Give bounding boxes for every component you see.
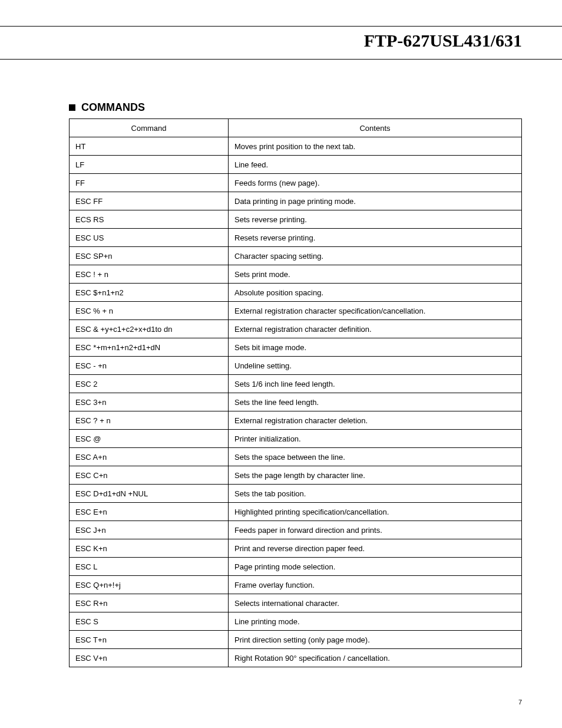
table-row: ECS RSSets reverse printing. xyxy=(70,210,522,229)
table-row: ESC 2Sets 1/6 inch line feed length. xyxy=(70,375,522,393)
table-cell-command: ESC US xyxy=(70,229,229,247)
section-heading: COMMANDS xyxy=(69,101,522,114)
table-header-row: Command Contents xyxy=(70,119,522,137)
table-cell-command: ESC D+d1+dN +NUL xyxy=(70,485,229,503)
table-cell-command: ESC A+n xyxy=(70,448,229,466)
table-row: ESC A+nSets the space between the line. xyxy=(70,448,522,466)
table-cell-contents: Frame overlay function. xyxy=(229,576,522,594)
table-cell-command: FF xyxy=(70,174,229,192)
table-row: ESC ? + nExternal registration character… xyxy=(70,411,522,430)
table-cell-command: ECS RS xyxy=(70,210,229,229)
table-cell-contents: Page printing mode selection. xyxy=(229,558,522,576)
table-cell-command: ESC ! + n xyxy=(70,265,229,284)
table-cell-command: ESC FF xyxy=(70,192,229,210)
table-cell-command: ESC E+n xyxy=(70,503,229,521)
table-cell-contents: Sets the line feed length. xyxy=(229,393,522,411)
table-cell-contents: Moves print position to the next tab. xyxy=(229,137,522,156)
square-bullet-icon xyxy=(69,104,75,111)
table-cell-contents: Feeds forms (new page). xyxy=(229,174,522,192)
table-cell-contents: Sets bit image mode. xyxy=(229,338,522,357)
table-cell-contents: Print direction setting (only page mode)… xyxy=(229,631,522,649)
header-rule-bottom xyxy=(0,59,562,60)
page-title: FTP-627USL431/631 xyxy=(364,31,522,51)
table-row: ESC Q+n+!+jFrame overlay function. xyxy=(70,576,522,594)
table-cell-contents: Character spacing setting. xyxy=(229,247,522,265)
table-cell-command: ESC S xyxy=(70,612,229,631)
table-cell-command: ESC 2 xyxy=(70,375,229,393)
table-cell-contents: Highlighted printing specification/cance… xyxy=(229,503,522,521)
table-row: ESC $+n1+n2Absolute position spacing. xyxy=(70,284,522,302)
table-cell-command: ESC & +y+c1+c2+x+d1to dn xyxy=(70,320,229,338)
table-cell-contents: Sets the tab position. xyxy=(229,485,522,503)
table-row: ESC % + nExternal registration character… xyxy=(70,302,522,320)
table-cell-command: ESC Q+n+!+j xyxy=(70,576,229,594)
table-row: ESC @Printer initialization. xyxy=(70,430,522,448)
table-cell-command: ESC C+n xyxy=(70,466,229,485)
table-row: ESC LPage printing mode selection. xyxy=(70,558,522,576)
table-cell-contents: External registration character specific… xyxy=(229,302,522,320)
table-row: FFFeeds forms (new page). xyxy=(70,174,522,192)
table-cell-contents: Print and reverse direction paper feed. xyxy=(229,539,522,558)
table-cell-contents: Sets reverse printing. xyxy=(229,210,522,229)
table-row: ESC - +nUndeline setting. xyxy=(70,357,522,375)
table-cell-command: ESC R+n xyxy=(70,594,229,612)
table-cell-contents: Sets 1/6 inch line feed length. xyxy=(229,375,522,393)
table-cell-command: ESC *+m+n1+n2+d1+dN xyxy=(70,338,229,357)
table-cell-command: ESC - +n xyxy=(70,357,229,375)
commands-table: Command Contents HTMoves print position … xyxy=(69,118,522,667)
table-cell-contents: Absolute position spacing. xyxy=(229,284,522,302)
table-cell-contents: Resets reverse printing. xyxy=(229,229,522,247)
table-cell-command: ESC @ xyxy=(70,430,229,448)
page-number: 7 xyxy=(518,699,522,706)
table-cell-command: ESC $+n1+n2 xyxy=(70,284,229,302)
table-cell-contents: External registration character deletion… xyxy=(229,411,522,430)
table-cell-contents: Feeds paper in forward direction and pri… xyxy=(229,521,522,539)
table-header-command: Command xyxy=(70,119,229,137)
table-cell-contents: Sets the page length by character line. xyxy=(229,466,522,485)
table-cell-command: HT xyxy=(70,137,229,156)
table-row: ESC R+nSelects international character. xyxy=(70,594,522,612)
table-cell-contents: Line feed. xyxy=(229,156,522,174)
table-cell-command: ESC 3+n xyxy=(70,393,229,411)
table-row: ESC SP+nCharacter spacing setting. xyxy=(70,247,522,265)
header-rule-top xyxy=(0,26,562,27)
table-cell-command: ESC ? + n xyxy=(70,411,229,430)
table-cell-command: ESC K+n xyxy=(70,539,229,558)
table-row: ESC ! + nSets print mode. xyxy=(70,265,522,284)
table-cell-contents: Undeline setting. xyxy=(229,357,522,375)
table-row: ESC K+nPrint and reverse direction paper… xyxy=(70,539,522,558)
table-cell-command: LF xyxy=(70,156,229,174)
table-cell-contents: Selects international character. xyxy=(229,594,522,612)
table-row: HTMoves print position to the next tab. xyxy=(70,137,522,156)
table-row: ESC C+nSets the page length by character… xyxy=(70,466,522,485)
table-cell-command: ESC L xyxy=(70,558,229,576)
table-cell-command: ESC SP+n xyxy=(70,247,229,265)
table-cell-contents: External registration character definiti… xyxy=(229,320,522,338)
table-row: ESC USResets reverse printing. xyxy=(70,229,522,247)
table-row: ESC V+nRight Rotation 90° specification … xyxy=(70,649,522,667)
table-row: ESC E+nHighlighted printing specificatio… xyxy=(70,503,522,521)
table-row: ESC & +y+c1+c2+x+d1to dnExternal registr… xyxy=(70,320,522,338)
table-cell-contents: Data printing in page printing mode. xyxy=(229,192,522,210)
table-cell-command: ESC J+n xyxy=(70,521,229,539)
table-row: ESC SLine printing mode. xyxy=(70,612,522,631)
table-row: ESC T+nPrint direction setting (only pag… xyxy=(70,631,522,649)
table-row: ESC D+d1+dN +NULSets the tab position. xyxy=(70,485,522,503)
table-row: ESC FFData printing in page printing mod… xyxy=(70,192,522,210)
table-row: LFLine feed. xyxy=(70,156,522,174)
table-row: ESC J+nFeeds paper in forward direction … xyxy=(70,521,522,539)
commands-section: COMMANDS Command Contents HTMoves print … xyxy=(69,101,522,667)
table-row: ESC *+m+n1+n2+d1+dNSets bit image mode. xyxy=(70,338,522,357)
table-cell-contents: Sets the space between the line. xyxy=(229,448,522,466)
table-cell-contents: Sets print mode. xyxy=(229,265,522,284)
table-cell-command: ESC V+n xyxy=(70,649,229,667)
section-heading-text: COMMANDS xyxy=(81,101,145,114)
table-row: ESC 3+nSets the line feed length. xyxy=(70,393,522,411)
table-header-contents: Contents xyxy=(229,119,522,137)
table-cell-contents: Line printing mode. xyxy=(229,612,522,631)
table-cell-contents: Printer initialization. xyxy=(229,430,522,448)
table-cell-contents: Right Rotation 90° specification / cance… xyxy=(229,649,522,667)
table-cell-command: ESC T+n xyxy=(70,631,229,649)
table-cell-command: ESC % + n xyxy=(70,302,229,320)
